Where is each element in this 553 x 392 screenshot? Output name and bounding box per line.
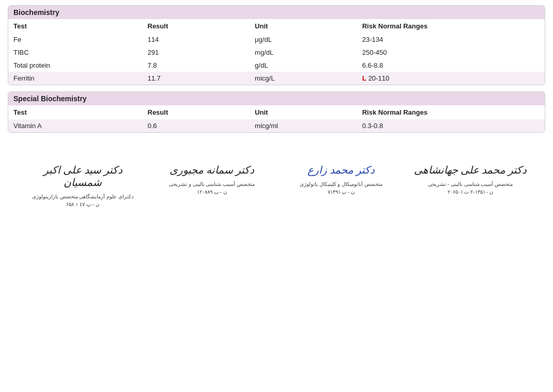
biochemistry-table-header-row: Test Result Unit Risk Normal Ranges [8, 19, 545, 33]
signature-name: دکتر محمد علی جهانشاهی [413, 164, 527, 176]
signature-name: دکتر سید علی اکبر شمسیان [26, 164, 140, 189]
cell-unit: micg/ml [250, 119, 357, 132]
signature-name: دکتر سمانه مجبوری [155, 164, 269, 176]
signature-block: دکتر محمد زارع متخصص آناتومیکال و کلینیک… [284, 164, 398, 196]
signatures-area: دکتر سید علی اکبر شمسیان دکترای علوم آزم… [8, 164, 545, 208]
cell-result: 11.7 [143, 72, 250, 85]
table-row: Ferritin 11.7 micg/L L20-110 [8, 72, 545, 85]
special-col-header-test: Test [8, 105, 143, 119]
cell-test: Vitamin A [8, 119, 143, 132]
signature-title: دکترای علوم آزمایشگاهی متخصص بازارینولوژ… [26, 193, 140, 208]
cell-range: 23-134 [357, 33, 545, 46]
table-row: Fe 114 μg/dL 23-134 [8, 33, 545, 46]
special-biochemistry-table-header-row: Test Result Unit Risk Normal Ranges [8, 105, 545, 119]
biochemistry-table-area: Test Result Unit Risk Normal Ranges Fe 1… [8, 19, 545, 85]
special-biochemistry-table: Test Result Unit Risk Normal Ranges Vita… [8, 105, 545, 132]
special-col-header-result: Result [143, 105, 250, 119]
biochemistry-title: Biochemistry [13, 8, 59, 17]
special-biochemistry-header: Special Biochemistry [8, 92, 545, 105]
table-row: Vitamin A 0.6 micg/ml 0.3-0.8 [8, 119, 545, 132]
special-biochemistry-title: Special Biochemistry [13, 95, 87, 103]
cell-test: TIBC [8, 46, 143, 59]
table-row: Total protein 7.8 g/dL 6.6-8.8 [8, 59, 545, 72]
col-header-unit: Unit [250, 19, 357, 33]
cell-test: Total protein [8, 59, 143, 72]
cell-test: Fe [8, 33, 143, 46]
special-col-header-range: Risk Normal Ranges [357, 105, 545, 119]
signature-title: متخصص آسیب شناسی بالینی - تشریحین - ۱۳۵۱… [413, 180, 527, 196]
col-header-result: Result [143, 19, 250, 33]
cell-unit: micg/L [250, 72, 357, 85]
biochemistry-section: Biochemistry Test Result Unit Risk Norma… [8, 5, 545, 85]
special-biochemistry-table-area: Test Result Unit Risk Normal Ranges Vita… [8, 105, 545, 132]
cell-unit: mg/dL [250, 46, 357, 59]
col-header-test: Test [8, 19, 143, 33]
cell-range: L20-110 [357, 72, 545, 85]
cell-result: 291 [143, 46, 250, 59]
special-biochemistry-section: Special Biochemistry Test Result Unit Ri… [8, 91, 545, 133]
flag-indicator: L [362, 74, 366, 82]
biochemistry-table: Test Result Unit Risk Normal Ranges Fe 1… [8, 19, 545, 85]
signature-block: دکتر سید علی اکبر شمسیان دکترای علوم آزم… [26, 164, 140, 208]
cell-unit: μg/dL [250, 33, 357, 46]
biochemistry-header: Biochemistry [8, 6, 545, 19]
signature-block: دکتر سمانه مجبوری متخصص آسیب شناسی بالین… [155, 164, 269, 196]
cell-range: 250-450 [357, 46, 545, 59]
signature-block: دکتر محمد علی جهانشاهی متخصص آسیب شناسی … [413, 164, 527, 196]
cell-range: 6.6-8.8 [357, 59, 545, 72]
cell-result: 114 [143, 33, 250, 46]
cell-test: Ferritin [8, 72, 143, 85]
col-header-range: Risk Normal Ranges [357, 19, 545, 33]
signature-title: متخصص آسیب شناسی بالینی و تشریحین - پ ۱۲… [155, 180, 269, 196]
signature-name: دکتر محمد زارع [284, 164, 398, 176]
signature-title: متخصص آناتومیکال و کلینیکال پاتولوژین - … [284, 180, 398, 196]
cell-range: 0.3-0.8 [357, 119, 545, 132]
special-col-header-unit: Unit [250, 105, 357, 119]
table-row: TIBC 291 mg/dL 250-450 [8, 46, 545, 59]
cell-result: 7.8 [143, 59, 250, 72]
cell-unit: g/dL [250, 59, 357, 72]
cell-result: 0.6 [143, 119, 250, 132]
